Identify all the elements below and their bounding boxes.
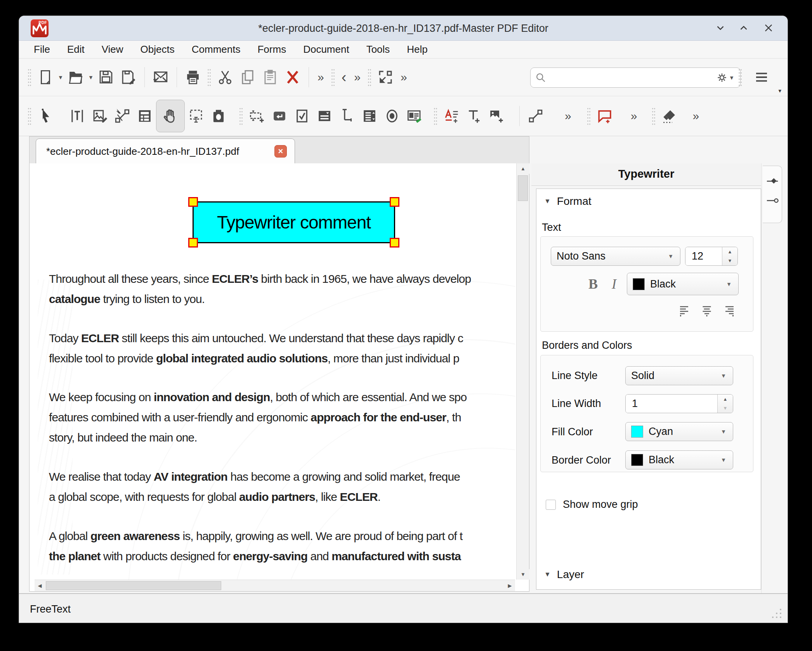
add-image-tool-button[interactable] (485, 105, 508, 127)
toolbar-overflow-caret[interactable]: ▾ (778, 87, 781, 94)
spin-up-icon[interactable]: ▲ (722, 247, 737, 256)
layer-section-header[interactable]: ▼ Layer (544, 568, 584, 581)
scroll-left-button[interactable]: ◀ (35, 580, 45, 591)
scroll-down-button[interactable]: ▼ (517, 569, 529, 580)
edit-text-tool-button[interactable] (66, 105, 88, 127)
add-text-tool-button[interactable] (440, 105, 463, 127)
spin-down-icon[interactable]: ▼ (722, 256, 737, 266)
print-button[interactable] (182, 66, 204, 88)
italic-button[interactable]: I (605, 274, 623, 294)
overflow-button[interactable]: » (350, 71, 364, 84)
fit-page-button[interactable] (374, 66, 397, 88)
resize-grip-icon[interactable] (770, 607, 782, 619)
title-bar[interactable]: PDF *ecler-product-guide-2018-en-hr_ID13… (19, 16, 788, 41)
push-button-tool-button[interactable] (268, 105, 291, 127)
toolbar-grip[interactable] (738, 68, 742, 86)
menu-tools[interactable]: Tools (358, 41, 399, 58)
toolbar-grip[interactable] (587, 107, 590, 125)
highlight-tool-button[interactable] (658, 105, 681, 127)
toolbar-grip[interactable] (28, 107, 31, 125)
select-tool-button[interactable] (34, 105, 57, 127)
delete-button[interactable] (281, 66, 304, 88)
resize-handle-top-left[interactable] (188, 197, 198, 207)
edit-forms-tool-button[interactable] (134, 105, 156, 127)
resize-handle-bottom-right[interactable] (390, 238, 399, 248)
align-left-icon[interactable] (679, 305, 693, 317)
save-as-button[interactable] (117, 66, 140, 88)
menu-objects[interactable]: Objects (132, 41, 183, 58)
line-tool-button[interactable] (524, 105, 547, 127)
show-move-grip-checkbox[interactable] (546, 500, 556, 510)
text-field-tool-button[interactable] (246, 105, 268, 127)
menu-comments[interactable]: Comments (183, 41, 249, 58)
overflow-button[interactable]: » (689, 109, 703, 123)
bold-button[interactable]: B (584, 274, 602, 294)
menu-edit[interactable]: Edit (59, 41, 93, 58)
fill-color-select[interactable]: Cyan ▾ (625, 422, 733, 441)
font-family-select[interactable]: Noto Sans ▾ (551, 247, 680, 266)
signature-field-tool-button[interactable] (336, 105, 358, 127)
menu-document[interactable]: Document (295, 41, 358, 58)
spin-up-icon[interactable]: ▲ (718, 395, 733, 404)
hand-tool-button[interactable] (156, 100, 185, 132)
paste-button[interactable] (259, 66, 281, 88)
typewriter-annotation[interactable]: Typewriter comment (193, 201, 395, 243)
toolbar-grip[interactable] (239, 107, 243, 125)
combo-box-tool-button[interactable] (313, 105, 336, 127)
toolbar-grip[interactable] (434, 107, 437, 125)
menu-view[interactable]: View (93, 41, 132, 58)
snapshot-tool-button[interactable] (207, 105, 230, 127)
toolbar-grip[interactable] (652, 107, 655, 125)
overflow-button[interactable]: » (561, 109, 575, 123)
list-box-tool-button[interactable] (358, 105, 381, 127)
select-area-tool-button[interactable] (185, 105, 207, 127)
line-style-select[interactable]: Solid ▾ (625, 366, 733, 385)
edit-path-tool-button[interactable] (111, 105, 134, 127)
radio-button-tool-button[interactable] (381, 105, 403, 127)
resize-handle-bottom-left[interactable] (188, 238, 198, 248)
font-color-select[interactable]: Black ▾ (627, 273, 739, 295)
scroll-up-button[interactable]: ▲ (517, 163, 529, 174)
save-button[interactable] (95, 66, 117, 88)
vertical-scrollbar[interactable]: ▲ ▼ (516, 163, 529, 580)
line-width-stepper[interactable]: 1 ▲ ▼ (625, 394, 733, 413)
maximize-button[interactable] (735, 19, 753, 37)
copy-button[interactable] (236, 66, 259, 88)
toolbar-grip[interactable] (207, 68, 211, 86)
overflow-button[interactable]: » (397, 71, 411, 84)
horizontal-scrollbar[interactable]: ◀ ▶ (35, 580, 515, 591)
menu-file[interactable]: File (25, 41, 59, 58)
horizontal-scroll-thumb[interactable] (46, 581, 221, 590)
align-center-icon[interactable] (700, 305, 714, 317)
pdf-page[interactable]: Typewriter comment Throughout all these … (35, 163, 515, 580)
open-document-dropdown[interactable]: ▾ (87, 73, 95, 81)
new-document-button[interactable] (34, 66, 57, 88)
send-email-button[interactable] (149, 66, 172, 88)
overflow-button[interactable]: » (314, 71, 328, 84)
close-button[interactable] (760, 19, 777, 37)
font-size-stepper[interactable]: 12 ▲ ▼ (685, 247, 738, 266)
toolbar-grip[interactable] (331, 68, 335, 86)
spin-down-icon[interactable]: ▼ (718, 404, 733, 413)
toolbar-grip[interactable] (368, 68, 371, 86)
typewriter-tool-button[interactable] (463, 105, 485, 127)
comment-tool-button[interactable] (593, 105, 616, 127)
minimize-button[interactable] (711, 19, 729, 37)
properties-panel-tab[interactable] (763, 166, 782, 223)
document-tab[interactable]: *ecler-product-guide-2018-en-hr_ID137.pd… (36, 139, 295, 164)
search-settings-gear-icon[interactable] (716, 72, 728, 83)
resize-handle-top-right[interactable] (390, 197, 399, 207)
overflow-button[interactable]: » (627, 109, 641, 123)
open-document-button[interactable] (64, 66, 87, 88)
search-input[interactable] (546, 70, 716, 85)
tab-close-button[interactable]: × (274, 145, 287, 158)
search-options-dropdown[interactable]: ▾ (728, 74, 736, 82)
scroll-right-button[interactable]: ▶ (505, 580, 515, 591)
main-menu-button[interactable] (750, 66, 773, 88)
id-card-tool-button[interactable] (403, 105, 426, 127)
check-box-tool-button[interactable] (291, 105, 313, 127)
toolbar-grip[interactable] (28, 68, 31, 86)
previous-view-button[interactable]: ‹ (338, 69, 350, 85)
align-right-icon[interactable] (721, 305, 735, 317)
edit-image-tool-button[interactable] (88, 105, 111, 127)
